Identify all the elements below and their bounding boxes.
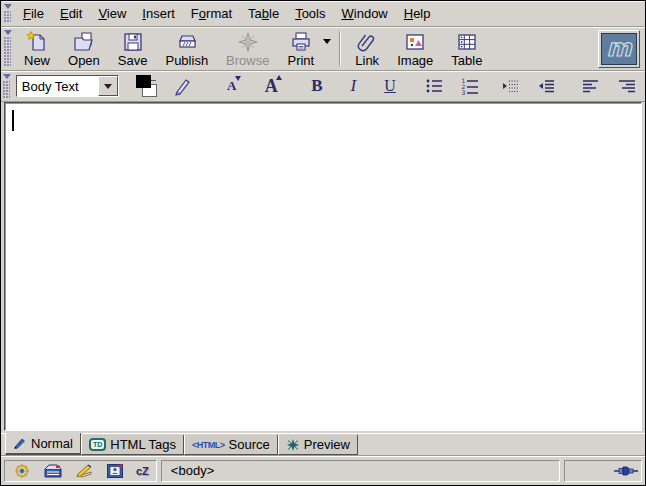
link-button-label: Link	[355, 54, 379, 68]
navigator-icon[interactable]	[12, 463, 32, 479]
align-left-icon	[579, 75, 601, 97]
table-icon	[455, 30, 479, 54]
edit-mode-tabs: Normal TD HTML Tags <HTML> Source Previe…	[1, 433, 645, 455]
bold-button[interactable]: B	[304, 74, 331, 98]
publish-icon	[175, 30, 199, 54]
save-button[interactable]: Save	[114, 29, 152, 69]
menu-window[interactable]: Window	[334, 2, 396, 25]
indent-button[interactable]	[533, 74, 560, 98]
open-button[interactable]: Open	[64, 29, 104, 69]
underline-button[interactable]: U	[377, 74, 404, 98]
save-floppy-icon	[121, 30, 145, 54]
node-path-panel[interactable]: <body>	[161, 460, 560, 482]
text-caret	[12, 110, 14, 131]
table-button[interactable]: Table	[447, 29, 486, 69]
print-dropdown-arrow-icon[interactable]	[323, 39, 331, 44]
browse-button[interactable]: Browse	[222, 29, 273, 69]
tab-preview-label: Preview	[304, 437, 350, 452]
paragraph-format-dropdown-button[interactable]	[98, 76, 118, 96]
print-icon	[289, 30, 313, 54]
mail-icon[interactable]	[43, 463, 63, 479]
publish-button-label: Publish	[165, 54, 208, 68]
menu-view[interactable]: View	[90, 2, 134, 25]
main-toolbar: New Open Save Publish	[1, 27, 645, 71]
image-button-label: Image	[397, 54, 433, 68]
menu-insert[interactable]: Insert	[134, 2, 183, 25]
menu-bar: File Edit View Insert Format Table Tools…	[1, 1, 645, 27]
connection-panel	[564, 460, 642, 482]
publish-button[interactable]: Publish	[161, 29, 212, 69]
composer-icon[interactable]	[74, 463, 94, 479]
increase-font-button[interactable]: A	[258, 74, 285, 98]
format-toolbar: Body Text A A B I U	[1, 71, 645, 102]
preview-star-icon	[286, 439, 300, 451]
tab-html-source[interactable]: <HTML> Source	[184, 435, 278, 455]
menu-file[interactable]: File	[15, 2, 52, 25]
pen-icon	[13, 437, 27, 449]
italic-icon: I	[351, 76, 357, 96]
link-button[interactable]: Link	[351, 29, 383, 69]
tab-html-tags-label: HTML Tags	[110, 437, 176, 452]
online-plug-icon[interactable]	[614, 465, 638, 477]
status-bar: cZ <body>	[1, 455, 645, 485]
highlight-color-button[interactable]	[169, 74, 196, 98]
svg-text:3: 3	[462, 89, 466, 96]
underline-icon: U	[384, 77, 396, 95]
mozilla-logo-button[interactable]: m	[598, 30, 640, 68]
toolbar-grippy[interactable]	[2, 2, 13, 25]
image-button[interactable]: Image	[393, 29, 437, 69]
tab-preview[interactable]: Preview	[278, 435, 358, 455]
new-page-icon	[25, 30, 49, 54]
grippy-dots	[4, 37, 11, 67]
chevron-down-icon	[104, 84, 112, 89]
align-right-button[interactable]	[613, 74, 640, 98]
paragraph-format-value: Body Text	[17, 76, 98, 96]
menu-table[interactable]: Table	[240, 2, 287, 25]
indent-icon	[535, 75, 557, 97]
align-left-button[interactable]	[577, 74, 604, 98]
text-color-picker[interactable]	[133, 74, 158, 98]
italic-button[interactable]: I	[340, 74, 367, 98]
menu-edit[interactable]: Edit	[52, 2, 90, 25]
address-book-icon[interactable]	[105, 463, 125, 479]
print-button-label: Print	[287, 54, 314, 68]
tab-html-source-label: Source	[229, 437, 270, 452]
tab-normal[interactable]: Normal	[5, 433, 81, 455]
numbered-list-button[interactable]: 1 2 3	[457, 74, 484, 98]
component-bar: cZ	[4, 460, 157, 482]
print-button[interactable]: Print	[283, 29, 318, 69]
arrow-up-icon	[276, 75, 282, 80]
html-source-icon: <HTML>	[192, 440, 225, 450]
browse-button-label: Browse	[226, 54, 269, 68]
toolbar-separator	[339, 31, 341, 66]
outdent-button[interactable]	[497, 74, 524, 98]
numbered-list-icon: 1 2 3	[459, 75, 481, 97]
editor-canvas[interactable]	[4, 102, 642, 431]
mozilla-logo-icon: m	[601, 33, 637, 65]
paragraph-format-select[interactable]: Body Text	[16, 75, 119, 97]
grippy-dots	[4, 11, 11, 23]
menu-help[interactable]: Help	[396, 2, 439, 25]
table-button-label: Table	[451, 54, 482, 68]
td-badge-icon: TD	[89, 438, 106, 451]
image-icon	[403, 30, 427, 54]
pencil-icon	[171, 75, 193, 97]
menu-tools[interactable]: Tools	[287, 2, 333, 25]
foreground-color-swatch[interactable]	[136, 75, 151, 88]
bold-icon: B	[311, 76, 322, 96]
collapse-arrow-icon	[4, 30, 12, 35]
collapse-arrow-icon	[4, 4, 12, 9]
open-button-label: Open	[68, 54, 100, 68]
arrow-down-icon	[235, 76, 241, 81]
tab-html-tags[interactable]: TD HTML Tags	[81, 435, 184, 455]
new-button[interactable]: New	[20, 29, 54, 69]
toolbar-grippy[interactable]	[2, 28, 13, 69]
toolbar-grippy[interactable]	[2, 72, 12, 100]
bullet-list-button[interactable]	[420, 74, 447, 98]
chatzilla-icon[interactable]: cZ	[136, 465, 149, 477]
menu-format[interactable]: Format	[183, 2, 240, 25]
browse-icon	[236, 30, 260, 54]
save-button-label: Save	[118, 54, 148, 68]
decrease-font-button[interactable]: A	[218, 74, 245, 98]
grippy-dots	[3, 81, 10, 98]
